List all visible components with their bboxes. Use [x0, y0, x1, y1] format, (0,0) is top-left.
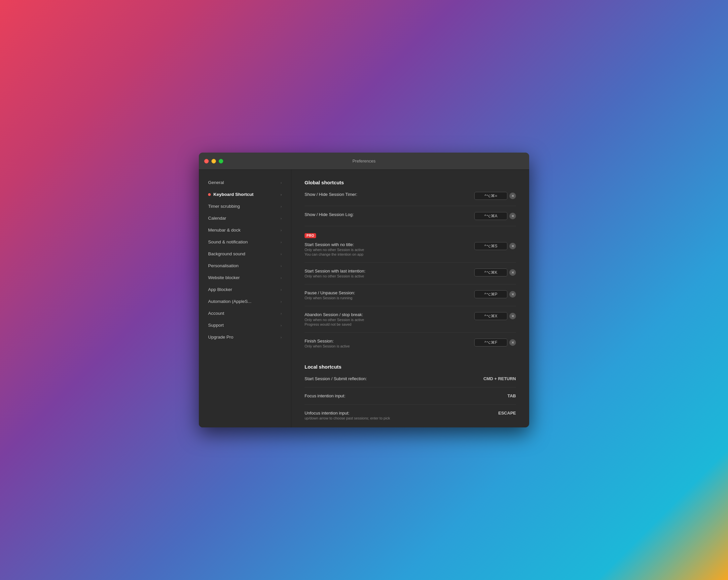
chevron-right-icon: › — [281, 288, 282, 292]
window-body: General›Keyboard Shortcut›Timer scrubbin… — [199, 170, 529, 427]
shortcut-label: Finish Session: — [305, 339, 474, 343]
sidebar-item-general[interactable]: General› — [202, 177, 288, 188]
shortcut-key[interactable]: ^⌥⌘= — [474, 192, 508, 200]
sidebar-item-label: General — [208, 180, 224, 185]
chevron-right-icon: › — [281, 240, 282, 244]
shortcut-label: Abandon Session / stop break: — [305, 312, 474, 317]
sidebar-item-label: Website blocker — [208, 275, 240, 280]
local-shortcut-label: Unfocus intention input: — [305, 411, 498, 416]
shortcut-row-show-hide-log: Show / Hide Session Log:^⌥⌘A✕ — [305, 212, 516, 226]
sidebar-item-menubar-dock[interactable]: Menubar & dock› — [202, 224, 288, 236]
sidebar-item-account[interactable]: Account› — [202, 308, 288, 319]
pro-badge: PRO — [305, 233, 316, 238]
shortcut-label: Show / Hide Session Log: — [305, 212, 474, 217]
sidebar-item-label: Automation (AppleS... — [208, 299, 251, 304]
shortcut-label: Show / Hide Session Timer: — [305, 192, 474, 197]
shortcut-sublabel: Only when no other Session is active — [305, 248, 474, 252]
active-indicator — [208, 193, 211, 196]
chevron-right-icon: › — [281, 312, 282, 315]
chevron-right-icon: › — [281, 276, 282, 280]
chevron-right-icon: › — [281, 299, 282, 304]
shortcut-label: Pause / Unpause Session: — [305, 290, 474, 295]
sidebar: General›Keyboard Shortcut›Timer scrubbin… — [199, 170, 291, 427]
chevron-right-icon: › — [281, 228, 282, 232]
shortcut-label: Start Session with last intention: — [305, 268, 474, 273]
shortcut-key[interactable]: ^⌥⌘X — [474, 312, 508, 320]
sidebar-item-label: Keyboard Shortcut — [213, 192, 254, 197]
local-key: TAB — [508, 393, 516, 398]
local-shortcut-sublabel: up/down arrow to choose past sessions; e… — [305, 416, 498, 420]
sidebar-item-label: App Blocker — [208, 287, 232, 292]
chevron-right-icon: › — [281, 216, 282, 220]
local-key: ESCAPE — [498, 411, 516, 416]
sidebar-item-automation[interactable]: Automation (AppleS...› — [202, 296, 288, 307]
local-shortcuts-section: Local shortcuts Start Session / Submit r… — [305, 364, 516, 426]
clear-shortcut-button[interactable]: ✕ — [509, 192, 516, 199]
shortcut-sublabel2: Progress would not be saved — [305, 322, 474, 326]
shortcut-key[interactable]: ^⌥⌘A — [474, 212, 508, 220]
sidebar-item-label: Upgrade Pro — [208, 335, 234, 340]
minimize-button[interactable] — [211, 159, 216, 163]
chevron-right-icon: › — [281, 264, 282, 268]
local-row-start-submit: Start Session / Submit reflection:CMD + … — [305, 376, 516, 388]
global-shortcuts-title: Global shortcuts — [305, 180, 516, 185]
sidebar-item-app-blocker[interactable]: App Blocker› — [202, 284, 288, 295]
chevron-right-icon: › — [281, 205, 282, 208]
shortcut-key[interactable]: ^⌥⌘P — [474, 290, 508, 298]
clear-shortcut-button[interactable]: ✕ — [509, 269, 516, 276]
sidebar-item-keyboard-shortcut[interactable]: Keyboard Shortcut› — [202, 189, 288, 200]
shortcut-sublabel2: You can change the intention on app — [305, 252, 474, 256]
shortcut-key[interactable]: ^⌥⌘K — [474, 268, 508, 276]
sidebar-item-label: Personalisation — [208, 263, 238, 268]
chevron-right-icon: › — [281, 252, 282, 256]
shortcut-row-pause-unpause: Pause / Unpause Session:Only when Sessio… — [305, 290, 516, 306]
clear-shortcut-button[interactable]: ✕ — [509, 213, 516, 219]
clear-shortcut-button[interactable]: ✕ — [509, 291, 516, 298]
sidebar-item-calendar[interactable]: Calendar› — [202, 212, 288, 224]
main-content: Global shortcuts Show / Hide Session Tim… — [291, 170, 529, 427]
titlebar: Preferences — [199, 153, 529, 170]
clear-shortcut-button[interactable]: ✕ — [509, 339, 516, 346]
shortcut-row-show-hide-timer: Show / Hide Session Timer:^⌥⌘=✕ — [305, 192, 516, 206]
local-row-unfocus-intention: Unfocus intention input:up/down arrow to… — [305, 411, 516, 426]
shortcut-row-start-no-title: Start Session with no title:Only when no… — [305, 242, 516, 263]
shortcut-sublabel: Only when no other Session is active — [305, 318, 474, 322]
sidebar-item-label: Menubar & dock — [208, 228, 240, 233]
chevron-right-icon: › — [281, 192, 282, 196]
local-shortcuts-list: Start Session / Submit reflection:CMD + … — [305, 376, 516, 426]
traffic-lights — [204, 159, 223, 163]
local-shortcut-label: Focus intention input: — [305, 393, 508, 398]
shortcut-sublabel: Only when Session is running — [305, 296, 474, 300]
sidebar-item-background-sound[interactable]: Background sound› — [202, 248, 288, 260]
clear-shortcut-button[interactable]: ✕ — [509, 243, 516, 249]
shortcut-key[interactable]: ^⌥⌘F — [474, 339, 508, 346]
close-button[interactable] — [204, 159, 209, 163]
sidebar-item-upgrade-pro[interactable]: Upgrade Pro› — [202, 331, 288, 343]
chevron-right-icon: › — [281, 181, 282, 185]
shortcut-row-finish-session: Finish Session:Only when Session is acti… — [305, 339, 516, 354]
shortcut-sublabel: Only when no other Session is active — [305, 274, 474, 278]
window-title: Preferences — [353, 159, 375, 163]
sidebar-item-support[interactable]: Support› — [202, 319, 288, 331]
sidebar-item-label: Account — [208, 311, 224, 316]
sidebar-item-website-blocker[interactable]: Website blocker› — [202, 272, 288, 283]
sidebar-item-label: Calendar — [208, 216, 226, 221]
maximize-button[interactable] — [219, 159, 223, 163]
sidebar-item-label: Support — [208, 323, 224, 328]
shortcut-row-abandon-session: Abandon Session / stop break:Only when n… — [305, 312, 516, 333]
sidebar-item-timer-scrubbing[interactable]: Timer scrubbing› — [202, 201, 288, 212]
sidebar-item-label: Sound & notification — [208, 239, 248, 244]
shortcut-label: Start Session with no title: — [305, 242, 474, 247]
chevron-right-icon: › — [281, 335, 282, 339]
local-row-focus-intention: Focus intention input:TAB — [305, 393, 516, 404]
global-shortcuts-list: Show / Hide Session Timer:^⌥⌘=✕Show / Hi… — [305, 192, 516, 354]
clear-shortcut-button[interactable]: ✕ — [509, 313, 516, 319]
sidebar-item-label: Timer scrubbing — [208, 204, 240, 209]
sidebar-item-sound-notification[interactable]: Sound & notification› — [202, 236, 288, 248]
chevron-right-icon: › — [281, 323, 282, 327]
sidebar-item-label: Background sound — [208, 252, 245, 256]
sidebar-item-personalisation[interactable]: Personalisation› — [202, 260, 288, 271]
shortcut-sublabel: Only when Session is active — [305, 344, 474, 348]
shortcut-key[interactable]: ^⌥⌘S — [474, 242, 508, 250]
local-shortcut-label: Start Session / Submit reflection: — [305, 376, 483, 381]
